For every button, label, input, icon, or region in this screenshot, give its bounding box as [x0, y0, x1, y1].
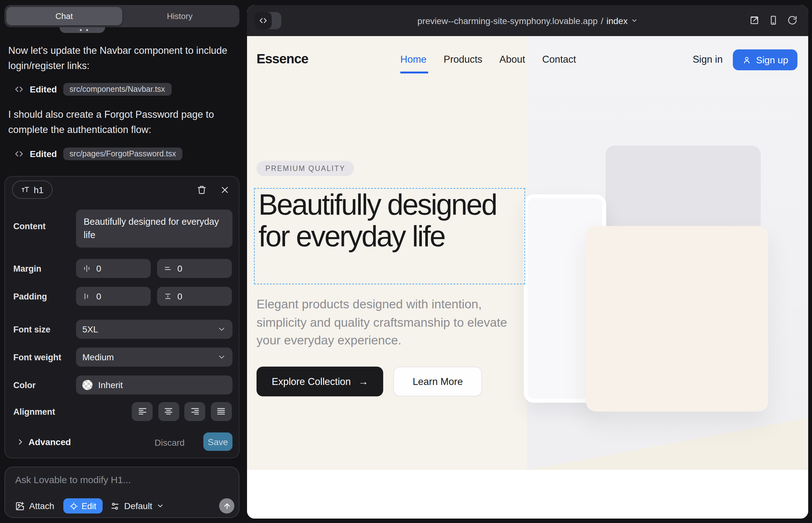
color-value: Inherit	[98, 380, 123, 390]
padding-x-value: 0	[96, 291, 101, 301]
font-weight-value: Medium	[82, 352, 114, 362]
active-nav-underline	[400, 72, 428, 73]
attach-label: Attach	[29, 501, 54, 511]
color-select[interactable]: Inherit	[76, 376, 232, 395]
product-card-placeholder-cream	[586, 226, 768, 412]
code-icon	[15, 149, 23, 158]
explore-collection-button[interactable]: Explore Collection →	[257, 366, 384, 396]
type-icon	[21, 185, 30, 194]
element-editor-panel: h1 Content Beautifully designed for ever…	[4, 176, 240, 458]
nav-link-contact[interactable]: Contact	[542, 54, 576, 65]
font-weight-label: Font weight	[13, 353, 61, 362]
site-navbar: Essence Home Products About Contact Sign…	[247, 49, 808, 70]
tab-chat[interactable]: Chat	[6, 7, 122, 25]
tag-label: h1	[34, 184, 43, 195]
preview-topbar: preview--charming-site-symphony.lovable.…	[247, 5, 808, 36]
margin-x-value: 0	[96, 264, 101, 273]
delete-element-button[interactable]	[197, 185, 207, 195]
open-external-icon[interactable]	[749, 15, 759, 25]
padding-y-value: 0	[177, 291, 182, 301]
edit-mode-button[interactable]: Edit	[63, 498, 103, 513]
mobile-view-icon[interactable]	[768, 15, 778, 25]
url-host: preview--charming-site-symphony.lovable.…	[418, 16, 598, 26]
selected-element-outline[interactable]: Beautifully designed for everyday life	[254, 188, 525, 284]
discard-button[interactable]: Discard	[155, 437, 184, 448]
chevron-right-icon	[16, 438, 24, 446]
advanced-label: Advanced	[29, 437, 71, 447]
hero-section: Essence Home Products About Contact Sign…	[247, 36, 808, 470]
file-chip[interactable]: src/components/Navbar.tsx	[63, 83, 172, 96]
margin-horizontal-icon	[82, 264, 91, 273]
alignment-label: Alignment	[13, 407, 55, 417]
sign-in-link[interactable]: Sign in	[693, 54, 723, 65]
target-icon	[69, 502, 77, 510]
font-size-value: 5XL	[82, 324, 98, 334]
nav-link-about[interactable]: About	[499, 54, 525, 65]
site-nav-links: Home Products About Contact	[400, 54, 576, 65]
margin-label: Margin	[13, 264, 41, 273]
advanced-toggle[interactable]: Advanced	[16, 437, 71, 447]
margin-y-input[interactable]: 0	[157, 259, 232, 278]
alignment-button-group	[132, 402, 231, 421]
user-icon	[742, 55, 751, 64]
edited-label: Edited	[30, 149, 57, 159]
close-icon[interactable]	[220, 185, 229, 194]
hero-headline[interactable]: Beautifully designed for everyday life	[254, 189, 525, 252]
explore-collection-label: Explore Collection	[272, 376, 351, 387]
arrow-up-icon	[223, 502, 231, 510]
mode-select[interactable]: Default	[110, 501, 164, 511]
align-justify-button[interactable]	[211, 402, 231, 421]
site-logo[interactable]: Essence	[257, 51, 308, 67]
image-plus-icon	[15, 501, 25, 511]
padding-x-input[interactable]: 0	[76, 287, 151, 306]
nav-link-home[interactable]: Home	[400, 54, 427, 65]
chevron-down-icon	[217, 353, 226, 362]
learn-more-button[interactable]: Learn More	[394, 366, 482, 396]
preview-browser-pane: preview--charming-site-symphony.lovable.…	[247, 5, 808, 519]
assistant-message: I should also create a Forgot Password p…	[8, 107, 234, 138]
composer-toolbar: Attach Edit Default	[15, 498, 234, 514]
save-button[interactable]: Save	[203, 432, 232, 451]
edited-label: Edited	[30, 84, 57, 94]
sliders-icon	[110, 501, 120, 511]
sign-up-button[interactable]: Sign up	[733, 49, 797, 70]
attach-button[interactable]: Attach	[15, 501, 54, 511]
padding-label: Padding	[13, 292, 47, 301]
topbar-actions	[749, 15, 797, 25]
tab-history[interactable]: History	[122, 7, 237, 25]
url-breadcrumb[interactable]: preview--charming-site-symphony.lovable.…	[247, 5, 808, 36]
url-separator: /	[601, 16, 603, 26]
padding-y-input[interactable]: 0	[157, 287, 232, 306]
padding-horizontal-icon	[82, 292, 91, 301]
color-swatch-checkerboard	[82, 380, 92, 390]
hero-description: Elegant products designed with intention…	[257, 295, 511, 349]
url-page: index	[606, 16, 628, 26]
refresh-icon[interactable]	[787, 15, 797, 25]
padding-vertical-icon	[163, 292, 172, 301]
hero-cta-group: Explore Collection → Learn More	[257, 366, 482, 396]
file-chip[interactable]: src/pages/ForgotPassword.tsx	[63, 147, 182, 160]
code-icon	[15, 85, 23, 94]
margin-vertical-icon	[163, 264, 172, 273]
align-right-button[interactable]	[184, 402, 205, 421]
align-left-button[interactable]	[132, 402, 153, 421]
composer-input[interactable]: Ask Lovable to modify H1...	[15, 474, 131, 485]
font-weight-select[interactable]: Medium	[76, 348, 232, 366]
send-button[interactable]	[219, 498, 234, 513]
edited-file-row: Edited src/components/Navbar.tsx	[15, 83, 171, 96]
align-center-button[interactable]	[158, 402, 179, 421]
preview-page: Essence Home Products About Contact Sign…	[247, 36, 808, 519]
chevron-down-icon	[157, 502, 164, 510]
arrow-right-icon: →	[358, 376, 368, 387]
margin-x-input[interactable]: 0	[76, 259, 151, 278]
chat-history-tabbar: Chat History	[4, 5, 240, 27]
chat-composer[interactable]: Ask Lovable to modify H1... Attach Edit	[4, 467, 240, 518]
edit-label: Edit	[82, 501, 96, 511]
color-label: Color	[13, 381, 36, 390]
content-input[interactable]: Beautifully designed for everyday life	[76, 210, 232, 248]
nav-link-products[interactable]: Products	[444, 54, 482, 65]
app-window: Chat History Now let's update the Navbar…	[0, 0, 812, 523]
chevron-down-icon	[217, 325, 226, 334]
margin-y-value: 0	[177, 264, 182, 273]
font-size-select[interactable]: 5XL	[76, 320, 232, 339]
